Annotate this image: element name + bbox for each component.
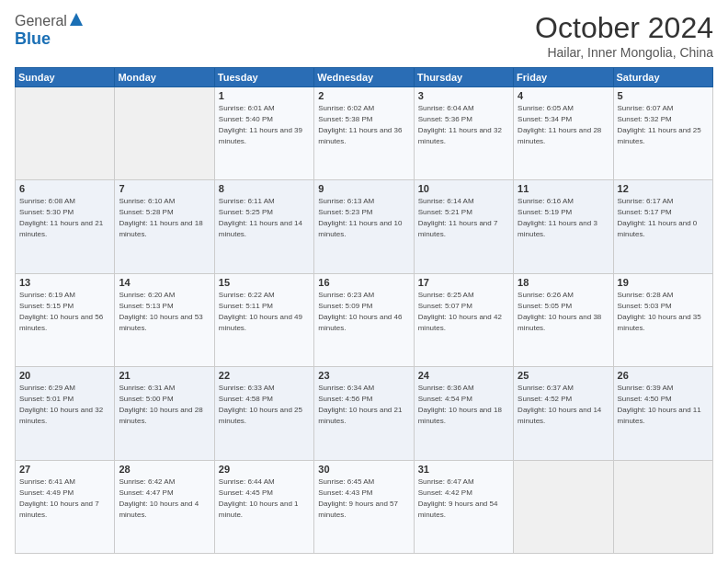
calendar-day: 19Sunrise: 6:28 AMSunset: 5:03 PMDayligh… xyxy=(613,273,712,366)
day-number: 12 xyxy=(618,183,709,194)
day-number: 28 xyxy=(119,464,210,475)
day-info: Sunrise: 6:39 AMSunset: 4:50 PMDaylight:… xyxy=(618,383,709,427)
day-number: 29 xyxy=(219,464,310,475)
day-number: 21 xyxy=(119,370,210,381)
calendar-day: 9Sunrise: 6:13 AMSunset: 5:23 PMDaylight… xyxy=(314,180,414,273)
calendar-day: 31Sunrise: 6:47 AMSunset: 4:42 PMDayligh… xyxy=(414,460,513,553)
day-info: Sunrise: 6:41 AMSunset: 4:49 PMDaylight:… xyxy=(19,477,110,521)
day-number: 25 xyxy=(518,370,609,381)
day-number: 13 xyxy=(19,277,110,288)
calendar-day: 20Sunrise: 6:29 AMSunset: 5:01 PMDayligh… xyxy=(16,367,115,460)
day-header-thursday: Thursday xyxy=(414,68,513,87)
calendar-day: 17Sunrise: 6:25 AMSunset: 5:07 PMDayligh… xyxy=(414,273,513,366)
calendar-day: 16Sunrise: 6:23 AMSunset: 5:09 PMDayligh… xyxy=(314,273,414,366)
day-info: Sunrise: 6:08 AMSunset: 5:30 PMDaylight:… xyxy=(19,196,110,240)
calendar-table: SundayMondayTuesdayWednesdayThursdayFrid… xyxy=(15,67,713,554)
page: General Blue October 2024 Hailar, Inner … xyxy=(0,0,728,563)
calendar-day: 30Sunrise: 6:45 AMSunset: 4:43 PMDayligh… xyxy=(314,460,414,553)
day-info: Sunrise: 6:01 AMSunset: 5:40 PMDaylight:… xyxy=(219,103,310,147)
calendar-day: 18Sunrise: 6:26 AMSunset: 5:05 PMDayligh… xyxy=(514,273,613,366)
calendar-week-2: 6Sunrise: 6:08 AMSunset: 5:30 PMDaylight… xyxy=(16,180,713,273)
calendar-day xyxy=(613,460,712,553)
calendar-day: 23Sunrise: 6:34 AMSunset: 4:56 PMDayligh… xyxy=(314,367,414,460)
day-info: Sunrise: 6:34 AMSunset: 4:56 PMDaylight:… xyxy=(318,383,409,427)
calendar-day: 28Sunrise: 6:42 AMSunset: 4:47 PMDayligh… xyxy=(115,460,214,553)
day-number: 3 xyxy=(418,90,509,101)
calendar-day: 24Sunrise: 6:36 AMSunset: 4:54 PMDayligh… xyxy=(414,367,513,460)
calendar-day xyxy=(115,87,214,180)
day-info: Sunrise: 6:05 AMSunset: 5:34 PMDaylight:… xyxy=(518,103,609,147)
day-number: 7 xyxy=(119,183,210,194)
logo: General Blue xyxy=(15,11,85,49)
calendar-day: 5Sunrise: 6:07 AMSunset: 5:32 PMDaylight… xyxy=(613,87,712,180)
day-info: Sunrise: 6:42 AMSunset: 4:47 PMDaylight:… xyxy=(119,477,210,521)
calendar-day: 14Sunrise: 6:20 AMSunset: 5:13 PMDayligh… xyxy=(115,273,214,366)
day-number: 10 xyxy=(418,183,509,194)
day-number: 11 xyxy=(518,183,609,194)
day-header-saturday: Saturday xyxy=(613,68,712,87)
day-number: 23 xyxy=(318,370,409,381)
calendar-week-5: 27Sunrise: 6:41 AMSunset: 4:49 PMDayligh… xyxy=(16,460,713,553)
day-number: 26 xyxy=(618,370,709,381)
day-info: Sunrise: 6:16 AMSunset: 5:19 PMDaylight:… xyxy=(518,196,609,240)
day-info: Sunrise: 6:22 AMSunset: 5:11 PMDaylight:… xyxy=(219,290,310,334)
calendar-day xyxy=(16,87,115,180)
day-number: 22 xyxy=(219,370,310,381)
calendar-day: 26Sunrise: 6:39 AMSunset: 4:50 PMDayligh… xyxy=(613,367,712,460)
day-info: Sunrise: 6:02 AMSunset: 5:38 PMDaylight:… xyxy=(318,103,409,147)
day-number: 16 xyxy=(318,277,409,288)
day-info: Sunrise: 6:20 AMSunset: 5:13 PMDaylight:… xyxy=(119,290,210,334)
calendar-day: 13Sunrise: 6:19 AMSunset: 5:15 PMDayligh… xyxy=(16,273,115,366)
calendar-day: 2Sunrise: 6:02 AMSunset: 5:38 PMDaylight… xyxy=(314,87,414,180)
month-title: October 2024 xyxy=(535,11,713,45)
day-info: Sunrise: 6:31 AMSunset: 5:00 PMDaylight:… xyxy=(119,383,210,427)
day-number: 2 xyxy=(318,90,409,101)
calendar-day: 1Sunrise: 6:01 AMSunset: 5:40 PMDaylight… xyxy=(214,87,313,180)
day-info: Sunrise: 6:19 AMSunset: 5:15 PMDaylight:… xyxy=(19,290,110,334)
day-header-sunday: Sunday xyxy=(16,68,115,87)
calendar-day: 10Sunrise: 6:14 AMSunset: 5:21 PMDayligh… xyxy=(414,180,513,273)
day-number: 15 xyxy=(219,277,310,288)
day-info: Sunrise: 6:11 AMSunset: 5:25 PMDaylight:… xyxy=(219,196,310,240)
calendar-day: 11Sunrise: 6:16 AMSunset: 5:19 PMDayligh… xyxy=(514,180,613,273)
day-number: 6 xyxy=(19,183,110,194)
day-header-tuesday: Tuesday xyxy=(214,68,313,87)
day-number: 31 xyxy=(418,464,509,475)
day-number: 30 xyxy=(318,464,409,475)
day-info: Sunrise: 6:25 AMSunset: 5:07 PMDaylight:… xyxy=(418,290,509,334)
day-info: Sunrise: 6:14 AMSunset: 5:21 PMDaylight:… xyxy=(418,196,509,240)
calendar-week-4: 20Sunrise: 6:29 AMSunset: 5:01 PMDayligh… xyxy=(16,367,713,460)
calendar-week-3: 13Sunrise: 6:19 AMSunset: 5:15 PMDayligh… xyxy=(16,273,713,366)
day-number: 24 xyxy=(418,370,509,381)
location: Hailar, Inner Mongolia, China xyxy=(535,45,713,60)
calendar-day: 29Sunrise: 6:44 AMSunset: 4:45 PMDayligh… xyxy=(214,460,313,553)
day-header-friday: Friday xyxy=(514,68,613,87)
day-info: Sunrise: 6:10 AMSunset: 5:28 PMDaylight:… xyxy=(119,196,210,240)
day-info: Sunrise: 6:23 AMSunset: 5:09 PMDaylight:… xyxy=(318,290,409,334)
title-area: October 2024 Hailar, Inner Mongolia, Chi… xyxy=(535,11,713,60)
calendar-day xyxy=(514,460,613,553)
calendar-day: 22Sunrise: 6:33 AMSunset: 4:58 PMDayligh… xyxy=(214,367,313,460)
calendar-day: 21Sunrise: 6:31 AMSunset: 5:00 PMDayligh… xyxy=(115,367,214,460)
day-number: 19 xyxy=(618,277,709,288)
day-number: 20 xyxy=(19,370,110,381)
day-info: Sunrise: 6:07 AMSunset: 5:32 PMDaylight:… xyxy=(618,103,709,147)
day-number: 1 xyxy=(219,90,310,101)
day-number: 5 xyxy=(618,90,709,101)
day-header-wednesday: Wednesday xyxy=(314,68,414,87)
calendar-header-row: SundayMondayTuesdayWednesdayThursdayFrid… xyxy=(16,68,713,87)
header: General Blue October 2024 Hailar, Inner … xyxy=(15,11,713,60)
day-number: 18 xyxy=(518,277,609,288)
day-header-monday: Monday xyxy=(115,68,214,87)
calendar-day: 25Sunrise: 6:37 AMSunset: 4:52 PMDayligh… xyxy=(514,367,613,460)
calendar-day: 3Sunrise: 6:04 AMSunset: 5:36 PMDaylight… xyxy=(414,87,513,180)
day-info: Sunrise: 6:17 AMSunset: 5:17 PMDaylight:… xyxy=(618,196,709,240)
day-info: Sunrise: 6:28 AMSunset: 5:03 PMDaylight:… xyxy=(618,290,709,334)
day-number: 4 xyxy=(518,90,609,101)
logo-icon xyxy=(68,11,85,28)
day-info: Sunrise: 6:45 AMSunset: 4:43 PMDaylight:… xyxy=(318,477,409,521)
day-number: 8 xyxy=(219,183,310,194)
logo-general-text: General xyxy=(15,13,67,29)
day-info: Sunrise: 6:29 AMSunset: 5:01 PMDaylight:… xyxy=(19,383,110,427)
day-info: Sunrise: 6:36 AMSunset: 4:54 PMDaylight:… xyxy=(418,383,509,427)
